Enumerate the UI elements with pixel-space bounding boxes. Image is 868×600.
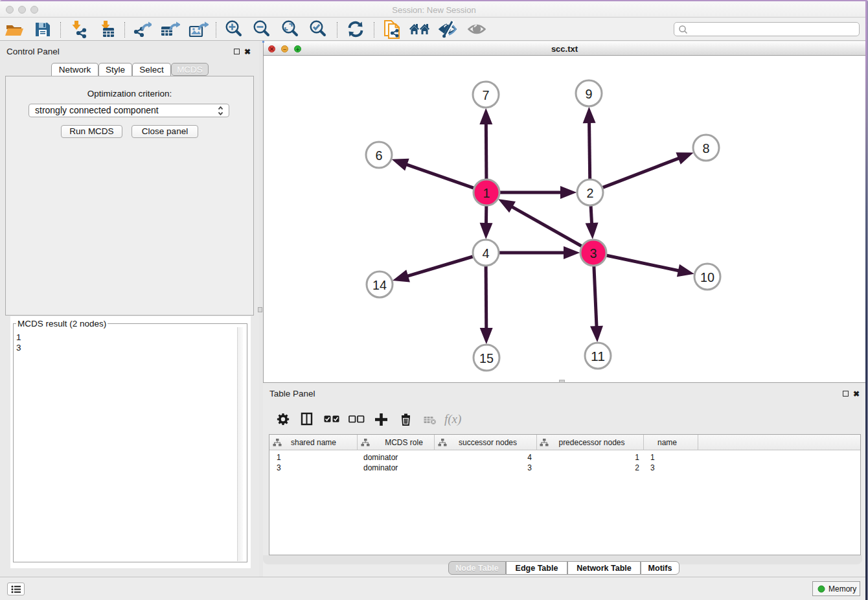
svg-text:10: 10 bbox=[700, 270, 714, 284]
svg-text:15: 15 bbox=[479, 351, 494, 365]
svg-text:7: 7 bbox=[483, 87, 490, 102]
svg-text:1: 1 bbox=[483, 185, 490, 200]
svg-text:2: 2 bbox=[587, 185, 594, 200]
svg-text:4: 4 bbox=[483, 246, 490, 260]
svg-text:9: 9 bbox=[586, 86, 593, 101]
svg-text:6: 6 bbox=[376, 148, 383, 163]
svg-text:14: 14 bbox=[372, 277, 387, 292]
svg-text:8: 8 bbox=[703, 141, 710, 156]
svg-text:3: 3 bbox=[590, 246, 597, 260]
svg-text:11: 11 bbox=[591, 349, 605, 363]
